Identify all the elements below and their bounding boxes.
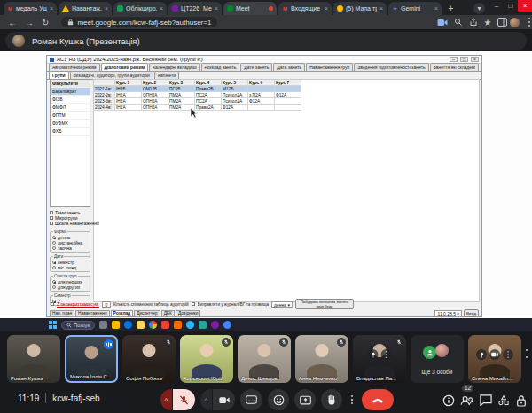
statustab-directories[interactable]: Довідники bbox=[176, 310, 201, 316]
browser-tab[interactable]: ЦТ226_Ме... × bbox=[168, 2, 222, 15]
camera-icon[interactable] bbox=[489, 349, 500, 360]
window-close-button[interactable]: × bbox=[518, 0, 532, 12]
radio-extramural-form[interactable]: заочна bbox=[52, 245, 88, 251]
tab-readiness-summary[interactable]: Зведення підготовленості занять bbox=[354, 63, 428, 71]
faculty-item[interactable]: ФІЗВ bbox=[51, 96, 90, 104]
taskbar-search[interactable]: Пошук bbox=[61, 321, 95, 330]
participant-tile[interactable]: Анна Немченко bbox=[295, 335, 348, 383]
present-screen-button[interactable] bbox=[294, 389, 316, 410]
chrome-icon[interactable] bbox=[149, 321, 157, 329]
tab-dialog-mode[interactable]: Діалоговий режим bbox=[101, 63, 149, 71]
photos-icon[interactable] bbox=[174, 321, 182, 329]
close-icon[interactable]: × bbox=[105, 5, 108, 12]
pin-icon[interactable] bbox=[368, 349, 379, 360]
browser-tab-meet-active[interactable]: Meet bbox=[223, 2, 277, 15]
overlap-checkbox[interactable] bbox=[51, 302, 54, 306]
close-icon[interactable]: × bbox=[160, 5, 163, 12]
mic-muted-button[interactable] bbox=[173, 389, 195, 410]
search-icon[interactable] bbox=[452, 17, 465, 27]
telegram-icon[interactable] bbox=[186, 321, 194, 329]
participant-tile[interactable]: Корєнєвич Юрій bbox=[180, 335, 233, 383]
mic-options-chevron[interactable]: ^ bbox=[160, 389, 172, 410]
fix-journal-checkbox[interactable] bbox=[192, 302, 195, 306]
checkbox-load-scale[interactable]: Шкала навантаження bbox=[50, 221, 90, 226]
browser-tab[interactable]: Навантаж... × bbox=[59, 2, 112, 15]
tile-menu-kebab-icon[interactable] bbox=[503, 349, 513, 360]
exit-button[interactable]: Вихід bbox=[464, 309, 479, 317]
gmail-icon[interactable] bbox=[161, 321, 169, 329]
statustab-dek[interactable]: ДЕК bbox=[161, 310, 175, 316]
browser-tab[interactable]: Облікциро... × bbox=[113, 2, 167, 15]
browser-menu-kebab-icon[interactable] bbox=[523, 17, 532, 27]
build-lessons-button[interactable]: Побудова поточних занять груп (інд) bbox=[295, 299, 354, 309]
faculty-item[interactable]: ФПТМ bbox=[51, 112, 90, 120]
participant-tile[interactable]: Владислав Па... bbox=[353, 335, 406, 383]
chat-icon[interactable] bbox=[99, 321, 107, 329]
mode-dropdown[interactable]: денна ▾ bbox=[271, 301, 293, 308]
participant-tile[interactable]: Роман Кушка bbox=[7, 335, 60, 383]
camera-options-chevron[interactable]: ^ bbox=[200, 389, 212, 410]
back-button[interactable]: ← bbox=[8, 18, 17, 27]
folder-icon[interactable] bbox=[137, 321, 145, 329]
share-icon[interactable] bbox=[467, 17, 480, 27]
profile-avatar[interactable] bbox=[510, 18, 520, 27]
faculties-list[interactable]: Факультети Бакалаврат ФІЗВ ФМФіТ ФПТМ ФУ… bbox=[50, 79, 90, 206]
faculty-item[interactable]: ФХБ bbox=[51, 128, 90, 136]
captions-button[interactable] bbox=[240, 389, 262, 410]
app-minimize-button[interactable]: – bbox=[450, 57, 458, 62]
statustab-schedule[interactable]: Розклад bbox=[111, 310, 134, 316]
chat-panel-icon[interactable] bbox=[478, 393, 493, 408]
tab-lesson-date[interactable]: Дата занять bbox=[273, 63, 305, 71]
start-button[interactable] bbox=[49, 321, 57, 329]
tab-capture-camera-icon[interactable] bbox=[436, 17, 449, 27]
tab-composed-lessons[interactable]: Заняття які складені bbox=[430, 63, 479, 71]
store-icon[interactable] bbox=[223, 321, 231, 329]
app-maximize-button[interactable]: □ bbox=[460, 57, 468, 62]
end-call-button[interactable] bbox=[362, 389, 394, 410]
refresh-button[interactable]: ↻ bbox=[42, 18, 49, 27]
people-panel-icon[interactable] bbox=[459, 393, 474, 408]
more-people-tile[interactable]: Ще 3 особи bbox=[411, 335, 464, 383]
close-icon[interactable]: × bbox=[434, 5, 438, 12]
participant-tile[interactable]: Софія Побіяха bbox=[122, 335, 176, 383]
faculty-item[interactable]: Бакалаврат bbox=[51, 88, 90, 96]
tab-calendar-inserts[interactable]: Календарні вкладиші bbox=[149, 63, 200, 71]
tab-group-load[interactable]: Навантаження груп bbox=[306, 63, 353, 71]
raise-hand-button[interactable] bbox=[321, 389, 342, 410]
browser-tab[interactable]: (5) Мапа тр... × bbox=[333, 2, 387, 15]
edge-icon[interactable] bbox=[124, 321, 132, 329]
tab-search-chevron[interactable]: ▾ bbox=[473, 3, 485, 14]
camera-button[interactable] bbox=[213, 389, 235, 410]
browser-tab[interactable]: M медаль Уш... × bbox=[4, 2, 57, 15]
statustab-plan[interactable]: Нав. план bbox=[50, 310, 74, 316]
participant-tile[interactable]: Денис Шевцов bbox=[238, 335, 291, 383]
close-icon[interactable]: × bbox=[215, 5, 218, 12]
participant-tile[interactable]: Олена Михайл... bbox=[468, 335, 521, 383]
forward-button[interactable]: → bbox=[25, 18, 34, 27]
shield-icon[interactable] bbox=[112, 321, 120, 329]
table-row[interactable]: 2022-2в: ІН2А ОПН2А ПМ2А ПС2А Психол2А з… bbox=[94, 92, 301, 98]
close-icon[interactable]: × bbox=[50, 5, 53, 12]
tab-auto-mode[interactable]: Автоматичний режим bbox=[49, 63, 100, 71]
more-options-kebab-icon[interactable] bbox=[346, 389, 358, 410]
app-time-dropdown[interactable]: 11.0.28.5 ▾ bbox=[434, 310, 461, 316]
statustab-dispatcher[interactable]: Диспетчер bbox=[134, 310, 160, 316]
participant-tile-speaking[interactable]: Микола Ілліч С... bbox=[65, 335, 118, 383]
pin-icon[interactable] bbox=[476, 349, 487, 360]
radio-for-second[interactable]: для других bbox=[52, 284, 88, 290]
activities-icon[interactable] bbox=[496, 393, 511, 408]
faculty-item[interactable]: ФМФіТ bbox=[51, 104, 90, 112]
subtab-teachers-rooms[interactable]: Викладачі, аудиторії, групи аудиторій bbox=[70, 71, 153, 79]
app-close-button[interactable]: × bbox=[471, 57, 479, 62]
faculty-item[interactable]: ФУФМХ bbox=[51, 120, 90, 128]
overlap-link[interactable]: З перекриттями сум. bbox=[57, 301, 99, 307]
browser-tab[interactable]: M Входящие × bbox=[278, 2, 332, 15]
subtab-cabinets[interactable]: Кабінети bbox=[154, 71, 179, 79]
host-controls-lock-icon[interactable] bbox=[513, 393, 528, 408]
tab-lesson-dates[interactable]: Дати занять bbox=[240, 63, 272, 71]
statustab-load[interactable]: Навантаження bbox=[75, 310, 110, 316]
meet-icon[interactable] bbox=[211, 321, 219, 329]
meeting-details-info-icon[interactable] bbox=[441, 393, 456, 408]
close-icon[interactable]: × bbox=[325, 5, 328, 12]
close-icon[interactable]: × bbox=[379, 5, 383, 12]
